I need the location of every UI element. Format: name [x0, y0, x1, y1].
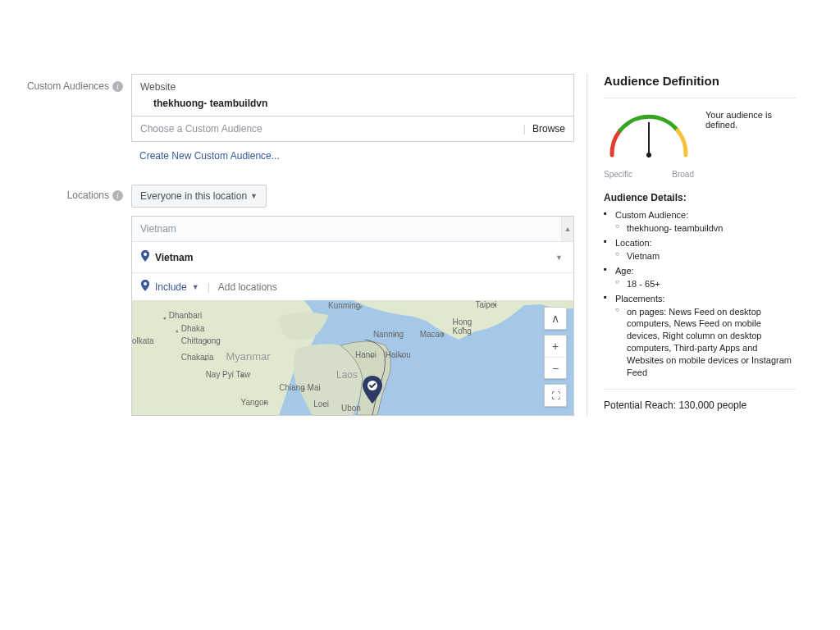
location-panel: Vietnam ▲ Vietnam ▼ Include ▼ |	[131, 216, 574, 416]
map-city-label: Chiang Mai	[279, 383, 320, 392]
info-icon[interactable]: i	[112, 81, 123, 92]
map-city-label: Haikou	[386, 350, 411, 359]
info-icon[interactable]: i	[112, 190, 123, 201]
map-city-label: Nay Pyi Taw	[206, 370, 251, 379]
chevron-down-icon: ▼	[192, 283, 199, 291]
map-city-label: Taipei	[475, 300, 496, 309]
custom-audience-box: Website thekhuong- teambuildvn Choose a …	[131, 74, 574, 142]
add-locations-input[interactable]	[218, 281, 565, 293]
svg-point-0	[144, 253, 147, 256]
map[interactable]: Dhanbari Dhaka olkata Chittagong Chakari…	[132, 300, 573, 415]
audience-details-title: Audience Details:	[604, 192, 796, 203]
map-marker-icon	[362, 376, 383, 404]
map-city-label: Yangon	[241, 398, 269, 407]
divider	[604, 98, 796, 98]
separator: |	[208, 281, 210, 293]
map-city-label: Dhanbari	[169, 311, 202, 320]
create-new-audience-link[interactable]: Create New Custom Audience...	[131, 150, 574, 162]
map-city-label: Macao	[420, 330, 445, 339]
map-city-label: Kunming	[328, 301, 360, 310]
map-city-label: Hanoi	[355, 350, 377, 359]
detail-value: thekhuong- teambuildvn	[615, 222, 796, 235]
audience-selected-item[interactable]: thekhuong- teambuildvn	[140, 93, 565, 109]
detail-label: Location:	[615, 238, 652, 248]
map-city-label: Hong	[453, 317, 472, 326]
map-region-label: Myanmar	[226, 350, 272, 363]
svg-point-19	[646, 153, 651, 158]
map-city-label: Chakaria	[181, 353, 214, 362]
location-scope-dropdown[interactable]: Everyone in this location ▼	[131, 185, 267, 208]
svg-point-3	[163, 317, 166, 320]
svg-point-4	[176, 331, 178, 333]
svg-point-1	[144, 282, 147, 285]
location-country-header: Vietnam	[140, 223, 561, 235]
map-city-label: Nanning	[373, 330, 404, 339]
locations-label: Locations	[67, 189, 109, 201]
potential-reach: Potential Reach: 130,000 people	[604, 389, 796, 411]
detail-value: 18 - 65+	[615, 278, 796, 290]
browse-link[interactable]: Browse	[532, 123, 565, 135]
include-dropdown[interactable]: Include	[155, 281, 187, 293]
audience-group-label: Website	[140, 81, 565, 93]
map-city-label: Chittagong	[181, 336, 221, 345]
map-fullscreen-button[interactable]: ⛶	[545, 385, 566, 406]
choose-audience-placeholder[interactable]: Choose a Custom Audience	[140, 123, 517, 135]
map-zoom-in-button[interactable]: +	[545, 336, 566, 357]
detail-label: Placements:	[615, 294, 665, 304]
pin-icon	[140, 280, 150, 294]
gauge-icon	[604, 110, 694, 163]
detail-value: Vietnam	[615, 250, 796, 262]
location-selected-name: Vietnam	[155, 252, 193, 263]
location-scope-value: Everyone in this location	[140, 190, 247, 202]
detail-value: on pages: News Feed on desktop computers…	[615, 306, 796, 379]
gauge-broad-label: Broad	[672, 170, 694, 179]
detail-label: Custom Audience:	[615, 210, 688, 220]
pin-icon	[140, 250, 150, 264]
audience-defined-text: Your audience is defined.	[705, 110, 796, 130]
scroll-up-icon[interactable]: ▲	[561, 217, 573, 241]
map-city-label: olkata	[132, 336, 154, 345]
map-zoom-out-button[interactable]: −	[545, 357, 566, 378]
custom-audiences-label: Custom Audiences	[27, 80, 109, 92]
map-city-label: Loei	[313, 399, 329, 409]
location-selected-row[interactable]: Vietnam ▼	[132, 241, 573, 272]
map-region-label: Laos	[336, 369, 358, 381]
separator: |	[523, 123, 526, 135]
chevron-down-icon: ▼	[250, 192, 258, 200]
audience-details-list: Custom Audience: thekhuong- teambuildvn …	[604, 210, 796, 379]
scroll-down-icon[interactable]: ▼	[553, 253, 565, 262]
map-pan-up-button[interactable]: ∧	[545, 308, 566, 329]
map-city-label: Ubon	[341, 404, 361, 413]
audience-definition-title: Audience Definition	[604, 74, 796, 88]
detail-label: Age:	[615, 266, 634, 276]
map-city-label: Dhaka	[181, 324, 205, 333]
gauge-specific-label: Specific	[604, 170, 632, 179]
map-city-label: Kong	[453, 326, 472, 336]
